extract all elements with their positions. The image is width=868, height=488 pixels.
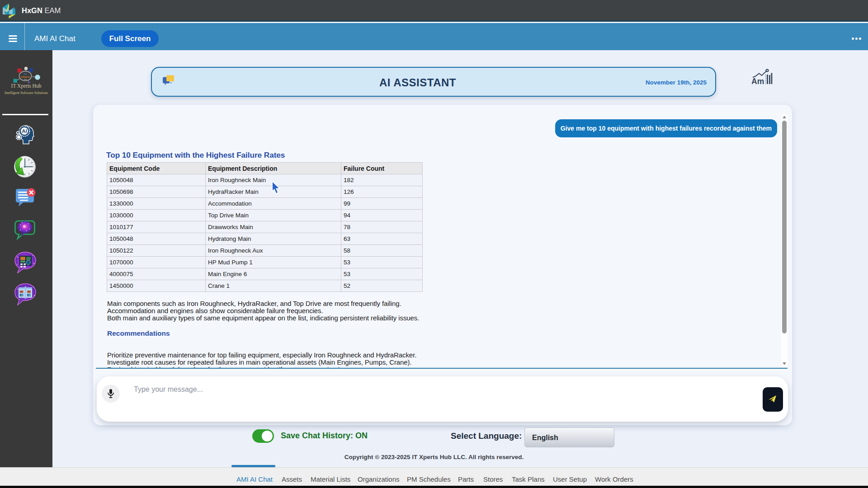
svg-text:AI: AI [22, 128, 27, 134]
svg-text:eXperts: eXperts [21, 75, 30, 78]
svg-text:hub: hub [24, 79, 27, 80]
svg-text:Am: Am [752, 77, 764, 85]
